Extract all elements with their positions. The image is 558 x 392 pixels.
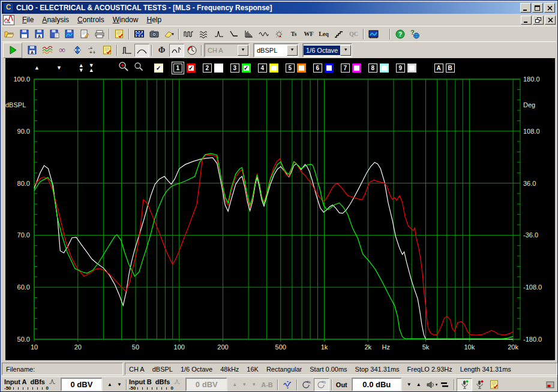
child-restore-button[interactable] bbox=[533, 16, 544, 25]
curve-6-checkbox[interactable] bbox=[325, 64, 334, 73]
input-b-up-button[interactable]: ▲ bbox=[230, 381, 239, 388]
menu-file[interactable]: File bbox=[18, 14, 38, 25]
noise-button[interactable] bbox=[271, 28, 286, 41]
mls-settings-button[interactable] bbox=[112, 28, 127, 41]
open-folder-button[interactable] bbox=[2, 28, 17, 41]
qc-button[interactable]: QC bbox=[346, 28, 361, 41]
impulse-button[interactable] bbox=[211, 28, 226, 41]
overlays-button[interactable] bbox=[40, 44, 55, 57]
loop-input-b-button[interactable]: B bbox=[314, 378, 329, 391]
curve-2-checkbox[interactable] bbox=[214, 64, 223, 73]
mls-document-icon[interactable]: mls bbox=[3, 15, 14, 25]
curve-8-checkbox[interactable] bbox=[380, 64, 389, 73]
menu-controls[interactable]: Controls bbox=[73, 14, 109, 25]
leq-button[interactable]: Leq bbox=[316, 28, 331, 41]
frequency-response-plot[interactable]: 1020501002005001k2k5k10k20kHz100.090.080… bbox=[1, 58, 558, 361]
save-button[interactable] bbox=[17, 28, 32, 41]
autostore-button[interactable] bbox=[70, 44, 85, 57]
input-a-sensitivity[interactable]: 0 dBV bbox=[61, 378, 103, 391]
autosave-button[interactable]: A bbox=[25, 44, 40, 57]
mic-b-button[interactable] bbox=[472, 379, 487, 391]
loop-input-a-button[interactable]: A bbox=[299, 379, 314, 391]
curve-1-button[interactable]: 1 bbox=[173, 64, 182, 73]
sinusoid-button[interactable] bbox=[256, 28, 271, 41]
zoom-out-button[interactable] bbox=[134, 62, 143, 74]
decay-button[interactable] bbox=[226, 28, 241, 41]
master-curve-checkbox[interactable]: ✓ bbox=[154, 64, 163, 73]
curve-3-button[interactable]: 3 bbox=[230, 64, 239, 73]
smoothing-combo[interactable]: 1/6 Octave▼ bbox=[302, 43, 352, 58]
shift-down-button[interactable]: ▼ bbox=[56, 65, 62, 71]
curve-5-button[interactable]: 5 bbox=[286, 64, 295, 73]
save-trace-button[interactable] bbox=[62, 28, 77, 41]
curve-4-checkbox[interactable] bbox=[269, 64, 278, 73]
curve-9-button[interactable]: 9 bbox=[396, 64, 405, 73]
curve-1-checkbox[interactable]: ✓ bbox=[187, 64, 196, 73]
input-b-down-button[interactable]: ▼ bbox=[239, 381, 249, 388]
stairs-button[interactable] bbox=[331, 28, 346, 41]
curve-9-checkbox[interactable] bbox=[407, 64, 416, 73]
impulse-view-button[interactable] bbox=[119, 44, 134, 57]
save-autosave-button[interactable]: A bbox=[32, 28, 47, 41]
frequency-view-button[interactable] bbox=[134, 44, 149, 57]
input-a-down-button[interactable]: ▼ bbox=[115, 381, 124, 388]
process-window-button[interactable] bbox=[366, 28, 381, 41]
curve-6-button[interactable]: 6 bbox=[313, 64, 322, 73]
film-trace-button[interactable] bbox=[131, 28, 146, 41]
eraser-button[interactable]: ▾ bbox=[161, 28, 176, 41]
child-minimize-button[interactable] bbox=[521, 16, 532, 25]
maximize-button[interactable] bbox=[532, 3, 543, 13]
waterfall-button[interactable] bbox=[196, 28, 211, 41]
input-b-sensitivity[interactable]: 0 dBV bbox=[185, 378, 227, 391]
close-button[interactable] bbox=[544, 3, 555, 13]
settings-button[interactable] bbox=[100, 44, 115, 57]
help-web-button[interactable]: ? bbox=[407, 28, 422, 41]
ts-button[interactable]: Ts bbox=[286, 28, 301, 41]
out-up-button[interactable]: ▲ bbox=[414, 381, 424, 388]
hardware-settings-button[interactable] bbox=[487, 379, 501, 391]
print-button[interactable] bbox=[92, 28, 107, 41]
input-a-up-button[interactable]: ▲ bbox=[105, 381, 115, 388]
curve-7-checkbox[interactable] bbox=[352, 64, 361, 73]
menu-help[interactable]: Help bbox=[142, 14, 166, 25]
save-measurement-button[interactable] bbox=[47, 28, 62, 41]
compare-b-button[interactable]: B bbox=[446, 64, 455, 73]
help-button[interactable]: ? bbox=[392, 28, 407, 41]
measurement-field: Length 341.31ms bbox=[460, 366, 511, 373]
input-link-down-button[interactable]: ▼ bbox=[249, 381, 259, 388]
compare-a-button[interactable]: A bbox=[434, 64, 443, 73]
curve-8-button[interactable]: 8 bbox=[368, 64, 377, 73]
curve-3-checkbox[interactable]: ✓ bbox=[242, 64, 251, 73]
output-level[interactable]: 0.0 dBu bbox=[352, 378, 402, 391]
loop-button[interactable]: ∞ bbox=[55, 44, 70, 57]
ab-compare-button[interactable]: A-B bbox=[261, 381, 273, 388]
filter-view-button[interactable] bbox=[169, 44, 184, 57]
curve-4-button[interactable]: 4 bbox=[258, 64, 267, 73]
start-measurement-button[interactable] bbox=[3, 43, 22, 58]
unit-combo[interactable]: dBSPL▼ bbox=[253, 43, 299, 58]
zoom-in-button[interactable] bbox=[118, 61, 129, 74]
curve-7-button[interactable]: 7 bbox=[341, 64, 350, 73]
menu-analysis[interactable]: Analysis bbox=[38, 14, 73, 25]
minimize-button[interactable] bbox=[520, 3, 531, 13]
output-mode-button[interactable] bbox=[437, 379, 452, 391]
menu-window[interactable]: Window bbox=[109, 14, 143, 25]
phase-view-button[interactable]: Φ bbox=[154, 44, 169, 57]
curve-5-checkbox[interactable] bbox=[297, 64, 306, 73]
math-tools-button[interactable]: -÷+ bbox=[85, 44, 100, 57]
wf-button[interactable]: WF bbox=[301, 28, 316, 41]
expand-scale-button[interactable]: ▲▼ bbox=[79, 63, 84, 73]
notes-button[interactable] bbox=[77, 28, 92, 41]
child-close-button[interactable] bbox=[545, 16, 556, 25]
autorange-button[interactable] bbox=[280, 379, 295, 391]
out-down-button[interactable]: ▼ bbox=[404, 381, 414, 388]
mic-a-button[interactable] bbox=[457, 378, 472, 391]
camera-button[interactable] bbox=[146, 28, 161, 41]
mls-signal-button[interactable] bbox=[181, 28, 196, 41]
fft-button[interactable] bbox=[241, 28, 256, 41]
shift-up-button[interactable]: ▲ bbox=[34, 65, 40, 71]
compress-scale-button[interactable]: ▼▲ bbox=[89, 63, 94, 73]
channel-combo[interactable]: CH A▼ bbox=[204, 43, 250, 58]
curve-2-button[interactable]: 2 bbox=[203, 64, 212, 73]
meter-button[interactable] bbox=[184, 44, 199, 57]
